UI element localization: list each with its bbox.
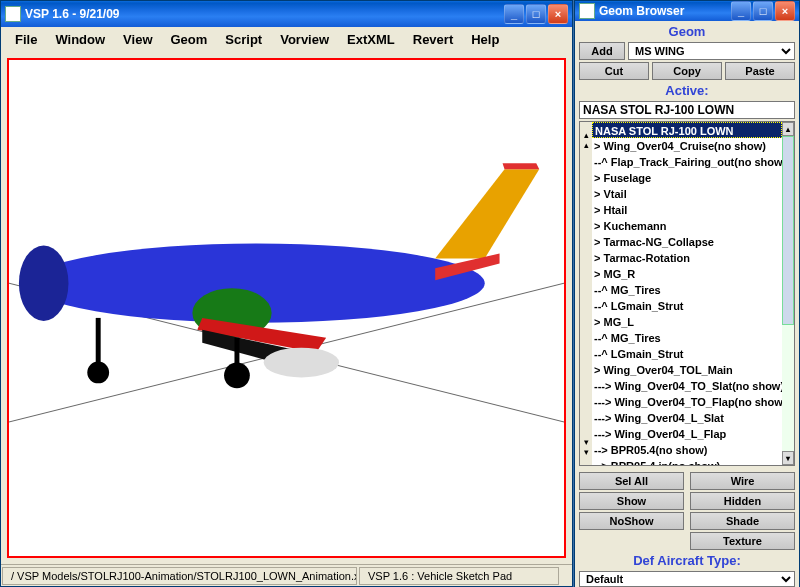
menu-geom[interactable]: Geom	[163, 29, 216, 50]
svg-point-3	[19, 246, 69, 321]
tree-item[interactable]: > Vtail	[592, 186, 782, 202]
cut-button[interactable]: Cut	[579, 62, 649, 80]
main-window: VSP 1.6 - 9/21/09 _ □ × File Window View…	[0, 0, 573, 587]
svg-point-14	[224, 363, 250, 389]
tree-item[interactable]: --^ LGmain_Strut	[592, 346, 782, 362]
geom-header: Geom	[579, 23, 795, 40]
sel-all-button[interactable]: Sel All	[579, 472, 684, 490]
status-description: VSP 1.6 : Vehicle Sketch Pad	[359, 567, 559, 585]
def-aircraft-header: Def Aircraft Type:	[579, 552, 795, 569]
tree-item[interactable]: ---> Wing_Over04_L_Flap	[592, 426, 782, 442]
svg-marker-4	[435, 169, 539, 258]
tree-item[interactable]: > Tarmac-Rotation	[592, 250, 782, 266]
geom-close-button[interactable]: ×	[775, 1, 795, 21]
copy-button[interactable]: Copy	[652, 62, 722, 80]
menu-help[interactable]: Help	[463, 29, 507, 50]
geom-type-select[interactable]: MS WING	[628, 42, 795, 60]
menu-extxml[interactable]: ExtXML	[339, 29, 403, 50]
geom-app-icon	[579, 3, 595, 19]
geom-maximize-button[interactable]: □	[753, 1, 773, 21]
texture-button[interactable]: Texture	[690, 532, 795, 550]
status-path: / VSP Models/STOLRJ100-Animation/STOLRJ1…	[2, 567, 357, 585]
svg-point-10	[264, 348, 339, 378]
tree-item[interactable]: ---> Wing_Over04_TO_Flap(no show)	[592, 394, 782, 410]
wire-button[interactable]: Wire	[690, 472, 795, 490]
paste-button[interactable]: Paste	[725, 62, 795, 80]
geom-window-title: Geom Browser	[599, 4, 731, 18]
menu-window[interactable]: Window	[47, 29, 113, 50]
tree-move-down-icon[interactable]: ▾	[584, 437, 589, 447]
tree-item[interactable]: > Fuselage	[592, 170, 782, 186]
main-titlebar: VSP 1.6 - 9/21/09 _ □ ×	[1, 1, 572, 27]
tree-item[interactable]: --^ Flap_Track_Fairing_out(no show)	[592, 154, 782, 170]
tree-move-down2-icon[interactable]: ▾	[584, 447, 589, 457]
statusbar: / VSP Models/STOLRJ100-Animation/STOLRJ1…	[1, 564, 572, 586]
geom-browser-window: Geom Browser _ □ × Geom Add MS WING Cut …	[574, 0, 800, 587]
tree-item[interactable]: > MG_L	[592, 314, 782, 330]
app-icon	[5, 6, 21, 22]
menu-view[interactable]: View	[115, 29, 160, 50]
shade-button[interactable]: Shade	[690, 512, 795, 530]
menubar: File Window View Geom Script Vorview Ext…	[1, 27, 572, 52]
aircraft-scene	[9, 60, 564, 556]
tree-move-up2-icon[interactable]: ▴	[584, 140, 589, 150]
tree-item[interactable]: --^ MG_Tires	[592, 282, 782, 298]
active-value: NASA STOL RJ-100 LOWN	[579, 101, 795, 119]
menu-vorview[interactable]: Vorview	[272, 29, 337, 50]
svg-marker-5	[503, 163, 540, 169]
main-window-title: VSP 1.6 - 9/21/09	[25, 7, 504, 21]
tree-item[interactable]: > Wing_Over04_Cruise(no show)	[592, 138, 782, 154]
tree-scrollbar[interactable]: ▴ ▾	[782, 122, 794, 465]
scroll-up-icon[interactable]: ▴	[782, 122, 794, 136]
tree-item[interactable]: NASA STOL RJ-100 LOWN	[592, 122, 782, 138]
tree-item[interactable]: > Kuchemann	[592, 218, 782, 234]
geom-minimize-button[interactable]: _	[731, 1, 751, 21]
minimize-button[interactable]: _	[504, 4, 524, 24]
tree-move-up-icon[interactable]: ▴	[584, 130, 589, 140]
scroll-thumb[interactable]	[782, 136, 794, 325]
tree-item[interactable]: > Htail	[592, 202, 782, 218]
tree-item[interactable]: > MG_R	[592, 266, 782, 282]
scroll-down-icon[interactable]: ▾	[782, 451, 794, 465]
show-button[interactable]: Show	[579, 492, 684, 510]
svg-point-12	[87, 362, 109, 384]
menu-script[interactable]: Script	[217, 29, 270, 50]
tree-item[interactable]: > Wing_Over04_TOL_Main	[592, 362, 782, 378]
tree-item[interactable]: --> BPR05.4 in(no show)	[592, 458, 782, 465]
noshow-button[interactable]: NoShow	[579, 512, 684, 530]
hidden-button[interactable]: Hidden	[690, 492, 795, 510]
tree-item[interactable]: ---> Wing_Over04_L_Slat	[592, 410, 782, 426]
tree-item[interactable]: --> BPR05.4(no show)	[592, 442, 782, 458]
active-header: Active:	[579, 82, 795, 99]
menu-file[interactable]: File	[7, 29, 45, 50]
add-button[interactable]: Add	[579, 42, 625, 60]
tree-item[interactable]: ---> Wing_Over04_TO_Slat(no show)	[592, 378, 782, 394]
geom-tree: ▴ ▴ ▾ ▾ NASA STOL RJ-100 LOWN> Wing_Over…	[579, 121, 795, 466]
def-aircraft-select[interactable]: Default	[579, 571, 795, 587]
menu-revert[interactable]: Revert	[405, 29, 461, 50]
tree-item[interactable]: --^ LGmain_Strut	[592, 298, 782, 314]
tree-item[interactable]: --^ MG_Tires	[592, 330, 782, 346]
geom-titlebar: Geom Browser _ □ ×	[575, 1, 799, 21]
maximize-button[interactable]: □	[526, 4, 546, 24]
viewport-canvas[interactable]	[7, 58, 566, 558]
tree-item[interactable]: > Tarmac-NG_Collapse	[592, 234, 782, 250]
close-button[interactable]: ×	[548, 4, 568, 24]
